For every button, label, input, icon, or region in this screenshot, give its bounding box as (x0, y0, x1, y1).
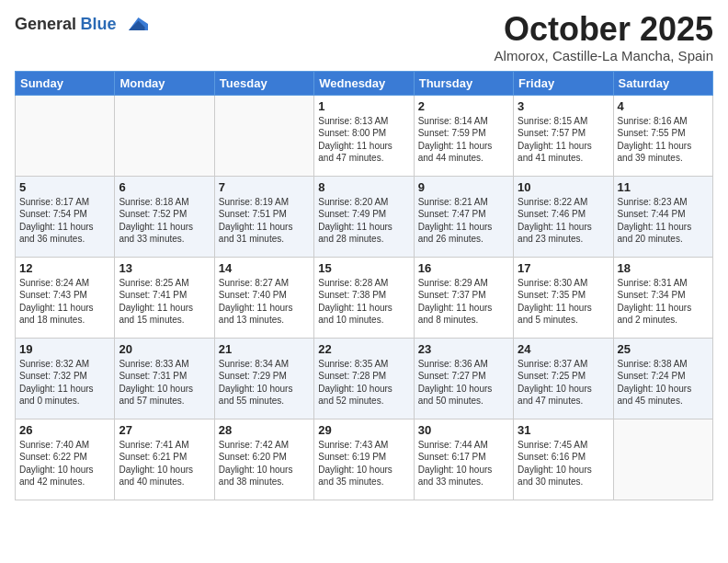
day-info: Sunrise: 8:20 AM Sunset: 7:49 PM Dayligh… (318, 196, 409, 246)
day-info: Sunrise: 8:19 AM Sunset: 7:51 PM Dayligh… (219, 196, 310, 246)
col-saturday: Saturday (613, 71, 712, 95)
day-number: 23 (418, 342, 509, 356)
day-number: 14 (219, 261, 310, 275)
day-info: Sunrise: 8:17 AM Sunset: 7:54 PM Dayligh… (19, 196, 110, 246)
col-friday: Friday (514, 71, 613, 95)
week-row-1: 1Sunrise: 8:13 AM Sunset: 8:00 PM Daylig… (16, 95, 713, 176)
day-number: 25 (618, 342, 709, 356)
day-info: Sunrise: 8:30 AM Sunset: 7:35 PM Dayligh… (518, 277, 609, 327)
logo-blue: Blue (81, 15, 117, 33)
calendar-cell: 26Sunrise: 7:40 AM Sunset: 6:22 PM Dayli… (16, 419, 115, 500)
day-info: Sunrise: 8:16 AM Sunset: 7:55 PM Dayligh… (618, 115, 709, 165)
calendar-cell: 13Sunrise: 8:25 AM Sunset: 7:41 PM Dayli… (115, 257, 214, 338)
calendar-cell: 23Sunrise: 8:36 AM Sunset: 7:27 PM Dayli… (414, 338, 513, 419)
calendar-cell: 27Sunrise: 7:41 AM Sunset: 6:21 PM Dayli… (115, 419, 214, 500)
day-info: Sunrise: 8:15 AM Sunset: 7:57 PM Dayligh… (518, 115, 609, 165)
calendar-cell: 17Sunrise: 8:30 AM Sunset: 7:35 PM Dayli… (514, 257, 613, 338)
day-number: 20 (119, 342, 210, 356)
col-wednesday: Wednesday (314, 71, 414, 95)
calendar-cell: 4Sunrise: 8:16 AM Sunset: 7:55 PM Daylig… (613, 95, 712, 176)
calendar-cell: 11Sunrise: 8:23 AM Sunset: 7:44 PM Dayli… (613, 176, 712, 257)
col-monday: Monday (115, 71, 214, 95)
calendar-cell: 29Sunrise: 7:43 AM Sunset: 6:19 PM Dayli… (314, 419, 414, 500)
calendar-cell: 19Sunrise: 8:32 AM Sunset: 7:32 PM Dayli… (16, 338, 115, 419)
calendar-cell: 3Sunrise: 8:15 AM Sunset: 7:57 PM Daylig… (514, 95, 613, 176)
day-info: Sunrise: 7:42 AM Sunset: 6:20 PM Dayligh… (219, 439, 310, 488)
day-info: Sunrise: 8:22 AM Sunset: 7:46 PM Dayligh… (518, 196, 609, 246)
calendar-cell: 25Sunrise: 8:38 AM Sunset: 7:24 PM Dayli… (613, 338, 712, 419)
day-info: Sunrise: 7:40 AM Sunset: 6:22 PM Dayligh… (19, 439, 110, 488)
calendar-cell: 16Sunrise: 8:29 AM Sunset: 7:37 PM Dayli… (414, 257, 513, 338)
calendar-cell (16, 95, 115, 176)
calendar-cell: 15Sunrise: 8:28 AM Sunset: 7:38 PM Dayli… (314, 257, 414, 338)
logo-general: General (15, 15, 76, 33)
day-number: 22 (318, 342, 409, 356)
day-info: Sunrise: 8:25 AM Sunset: 7:41 PM Dayligh… (119, 277, 210, 327)
day-number: 7 (219, 180, 310, 194)
header: General Blue October 2025 Almorox, Casti… (15, 11, 713, 63)
day-info: Sunrise: 7:44 AM Sunset: 6:17 PM Dayligh… (418, 439, 509, 488)
calendar-cell: 8Sunrise: 8:20 AM Sunset: 7:49 PM Daylig… (314, 176, 414, 257)
month-title: October 2025 (495, 11, 713, 48)
calendar-cell: 6Sunrise: 8:18 AM Sunset: 7:52 PM Daylig… (115, 176, 214, 257)
day-number: 10 (518, 180, 609, 194)
week-row-5: 26Sunrise: 7:40 AM Sunset: 6:22 PM Dayli… (16, 419, 713, 500)
day-info: Sunrise: 8:36 AM Sunset: 7:27 PM Dayligh… (418, 358, 509, 408)
calendar-cell (613, 419, 712, 500)
day-number: 27 (119, 423, 210, 437)
day-info: Sunrise: 8:21 AM Sunset: 7:47 PM Dayligh… (418, 196, 509, 246)
calendar-cell (115, 95, 214, 176)
day-info: Sunrise: 8:28 AM Sunset: 7:38 PM Dayligh… (318, 277, 409, 327)
day-info: Sunrise: 8:34 AM Sunset: 7:29 PM Dayligh… (219, 358, 310, 408)
day-number: 6 (119, 180, 210, 194)
day-number: 30 (418, 423, 509, 437)
title-block: October 2025 Almorox, Castille-La Mancha… (495, 11, 713, 63)
calendar-cell: 9Sunrise: 8:21 AM Sunset: 7:47 PM Daylig… (414, 176, 513, 257)
day-number: 21 (219, 342, 310, 356)
day-number: 29 (318, 423, 409, 437)
calendar-cell: 12Sunrise: 8:24 AM Sunset: 7:43 PM Dayli… (16, 257, 115, 338)
day-number: 9 (418, 180, 509, 194)
day-number: 16 (418, 261, 509, 275)
day-info: Sunrise: 8:38 AM Sunset: 7:24 PM Dayligh… (618, 358, 709, 408)
day-number: 2 (418, 99, 509, 113)
calendar-cell: 31Sunrise: 7:45 AM Sunset: 6:16 PM Dayli… (514, 419, 613, 500)
logo: General Blue (15, 11, 148, 37)
day-number: 19 (19, 342, 110, 356)
day-info: Sunrise: 8:31 AM Sunset: 7:34 PM Dayligh… (618, 277, 709, 327)
calendar-cell: 20Sunrise: 8:33 AM Sunset: 7:31 PM Dayli… (115, 338, 214, 419)
day-info: Sunrise: 8:35 AM Sunset: 7:28 PM Dayligh… (318, 358, 409, 408)
col-tuesday: Tuesday (214, 71, 313, 95)
day-info: Sunrise: 8:37 AM Sunset: 7:25 PM Dayligh… (518, 358, 609, 408)
logo-text-block: General Blue (15, 11, 148, 37)
location-subtitle: Almorox, Castille-La Mancha, Spain (495, 48, 713, 63)
week-row-2: 5Sunrise: 8:17 AM Sunset: 7:54 PM Daylig… (16, 176, 713, 257)
day-number: 31 (518, 423, 609, 437)
day-info: Sunrise: 8:24 AM Sunset: 7:43 PM Dayligh… (19, 277, 110, 327)
calendar-table: Sunday Monday Tuesday Wednesday Thursday… (15, 71, 713, 500)
week-row-3: 12Sunrise: 8:24 AM Sunset: 7:43 PM Dayli… (16, 257, 713, 338)
page: General Blue October 2025 Almorox, Casti… (0, 0, 728, 563)
calendar-cell: 2Sunrise: 8:14 AM Sunset: 7:59 PM Daylig… (414, 95, 513, 176)
calendar-cell: 10Sunrise: 8:22 AM Sunset: 7:46 PM Dayli… (514, 176, 613, 257)
calendar-cell: 22Sunrise: 8:35 AM Sunset: 7:28 PM Dayli… (314, 338, 414, 419)
day-number: 13 (119, 261, 210, 275)
calendar-cell (214, 95, 313, 176)
day-number: 18 (618, 261, 709, 275)
day-info: Sunrise: 8:18 AM Sunset: 7:52 PM Dayligh… (119, 196, 210, 246)
logo-text: General Blue (15, 15, 117, 34)
calendar-cell: 1Sunrise: 8:13 AM Sunset: 8:00 PM Daylig… (314, 95, 414, 176)
calendar-cell: 18Sunrise: 8:31 AM Sunset: 7:34 PM Dayli… (613, 257, 712, 338)
day-number: 8 (318, 180, 409, 194)
day-number: 1 (318, 99, 409, 113)
calendar-cell: 30Sunrise: 7:44 AM Sunset: 6:17 PM Dayli… (414, 419, 513, 500)
day-number: 26 (19, 423, 110, 437)
day-number: 12 (19, 261, 110, 275)
calendar-cell: 21Sunrise: 8:34 AM Sunset: 7:29 PM Dayli… (214, 338, 313, 419)
col-sunday: Sunday (16, 71, 115, 95)
day-info: Sunrise: 8:23 AM Sunset: 7:44 PM Dayligh… (618, 196, 709, 246)
day-info: Sunrise: 7:41 AM Sunset: 6:21 PM Dayligh… (119, 439, 210, 488)
day-number: 4 (618, 99, 709, 113)
day-info: Sunrise: 8:32 AM Sunset: 7:32 PM Dayligh… (19, 358, 110, 408)
day-number: 11 (618, 180, 709, 194)
